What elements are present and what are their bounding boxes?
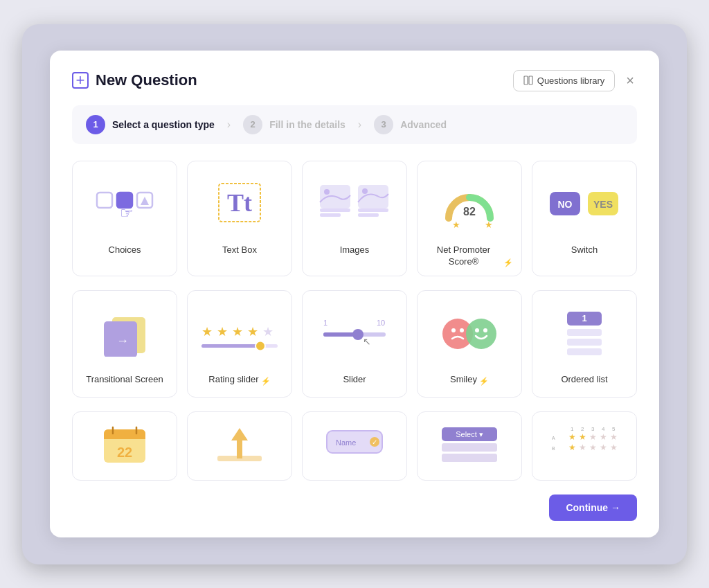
svg-point-34	[255, 341, 265, 350]
modal-title-text: New Question	[96, 71, 197, 89]
step-3-circle: 3	[374, 115, 393, 134]
svg-text:B: B	[552, 446, 555, 451]
card-images[interactable]: Images	[302, 161, 407, 277]
card-dropdown[interactable]: Select ▾	[417, 411, 522, 481]
svg-text:↖: ↖	[363, 336, 371, 347]
svg-point-10	[324, 189, 330, 195]
svg-point-44	[466, 319, 496, 349]
svg-rect-2	[97, 193, 112, 208]
card-matrix[interactable]: 1 2 3 4 5 A ★ ★ ★ ★ ★ B ★	[532, 411, 637, 481]
date-illustration: 22	[81, 420, 168, 465]
svg-text:★: ★	[232, 325, 243, 339]
card-transitional[interactable]: → Transitional Screen	[72, 290, 177, 398]
svg-rect-68	[442, 454, 497, 462]
card-slider[interactable]: 1 10 ↖ Slider	[302, 290, 407, 398]
step-2-circle: 2	[243, 115, 262, 134]
card-choices-label: Choices	[109, 244, 141, 256]
step-1-circle: 1	[86, 115, 105, 134]
stepper: 1 Select a question type › 2 Fill in the…	[72, 105, 637, 144]
plus-icon: +	[72, 72, 89, 89]
smiley-illustration	[426, 299, 513, 368]
close-button[interactable]: ×	[623, 71, 637, 90]
svg-rect-59	[217, 456, 262, 461]
svg-text:A: A	[552, 436, 555, 440]
svg-text:→: →	[116, 334, 129, 348]
card-smiley-label: Smiley	[450, 374, 477, 386]
modal-header: + New Question Questions library ×	[72, 70, 637, 91]
modal-actions: Questions library ×	[513, 70, 637, 91]
svg-text:4: 4	[602, 426, 605, 432]
svg-text:Tt: Tt	[227, 189, 252, 217]
card-choices[interactable]: ☞ Choices	[72, 161, 177, 277]
step-2[interactable]: 2 Fill in the details	[243, 115, 345, 134]
continue-button[interactable]: Continue →	[549, 495, 637, 521]
card-switch[interactable]: NO YES Switch	[532, 161, 637, 277]
svg-text:★: ★	[201, 325, 213, 339]
modal: + New Question Questions library ×	[50, 51, 659, 538]
cards-grid-row1: ☞ Choices Tt Text Box	[72, 161, 637, 277]
card-textbox[interactable]: Tt Text Box	[187, 161, 292, 277]
svg-text:★: ★	[568, 443, 576, 452]
svg-text:★: ★	[610, 443, 618, 452]
card-nps-label: Net Promoter Score®	[426, 244, 501, 268]
rating-slider-illustration: ★ ★ ★ ★ ★	[196, 299, 283, 368]
svg-text:5: 5	[612, 426, 616, 432]
step-arrow-2: ›	[358, 118, 361, 131]
svg-rect-49	[567, 329, 602, 336]
svg-text:☞: ☞	[120, 204, 134, 222]
switch-illustration: NO YES	[541, 170, 628, 239]
svg-rect-67	[442, 443, 497, 452]
card-nps[interactable]: 82 ★ ★ Net Promoter Score® ⚡	[417, 161, 522, 277]
step-3-label: Advanced	[400, 119, 447, 130]
svg-point-46	[483, 328, 487, 332]
dropdown-illustration: Select ▾	[426, 420, 513, 465]
step-arrow-1: ›	[227, 118, 231, 131]
svg-rect-1	[529, 76, 532, 84]
svg-point-45	[475, 328, 479, 332]
matrix-illustration: 1 2 3 4 5 A ★ ★ ★ ★ ★ B ★	[541, 420, 628, 465]
svg-text:Select ▾: Select ▾	[456, 430, 483, 438]
svg-rect-12	[320, 213, 341, 217]
svg-rect-15	[358, 208, 388, 212]
text-input-illustration: Name ✓	[311, 420, 398, 465]
questions-library-label: Questions library	[537, 75, 605, 86]
svg-text:★: ★	[217, 325, 228, 339]
nps-illustration: 82 ★ ★	[426, 170, 513, 239]
card-transitional-label: Transitional Screen	[86, 374, 163, 386]
svg-text:★: ★	[600, 432, 607, 442]
card-text-input[interactable]: Name ✓	[302, 411, 407, 481]
card-nps-label-row: Net Promoter Score® ⚡	[426, 244, 513, 268]
svg-text:★: ★	[485, 220, 493, 230]
svg-text:★: ★	[610, 432, 618, 442]
svg-rect-11	[320, 208, 350, 212]
svg-marker-5	[141, 197, 149, 205]
modal-title: + New Question	[72, 71, 197, 89]
card-date[interactable]: 22	[72, 411, 177, 481]
modal-footer: Continue →	[72, 495, 637, 521]
svg-rect-50	[567, 339, 602, 346]
transitional-illustration: →	[81, 299, 168, 368]
card-ordered-list[interactable]: 1 Ordered list	[532, 290, 637, 398]
svg-text:1: 1	[571, 426, 574, 432]
svg-text:NO: NO	[558, 199, 573, 210]
continue-label: Continue →	[566, 502, 620, 513]
images-illustration	[311, 170, 398, 239]
svg-text:3: 3	[591, 426, 595, 432]
svg-text:★: ★	[589, 443, 597, 452]
questions-library-button[interactable]: Questions library	[513, 70, 616, 91]
step-3[interactable]: 3 Advanced	[374, 115, 447, 134]
ordered-list-illustration: 1	[541, 299, 628, 368]
svg-point-42	[451, 328, 456, 332]
svg-text:★: ★	[589, 432, 597, 442]
card-smiley[interactable]: Smiley ⚡	[417, 290, 522, 398]
svg-marker-58	[231, 428, 248, 458]
svg-text:Name: Name	[336, 438, 356, 447]
svg-text:★: ★	[600, 443, 607, 452]
card-rating-slider[interactable]: ★ ★ ★ ★ ★ Rating slider ⚡	[187, 290, 292, 398]
step-1[interactable]: 1 Select a question type	[86, 115, 215, 134]
svg-text:1: 1	[582, 313, 586, 323]
svg-text:2: 2	[581, 426, 584, 432]
card-upload[interactable]	[187, 411, 292, 481]
svg-point-14	[362, 188, 368, 194]
svg-text:82: 82	[463, 206, 476, 217]
